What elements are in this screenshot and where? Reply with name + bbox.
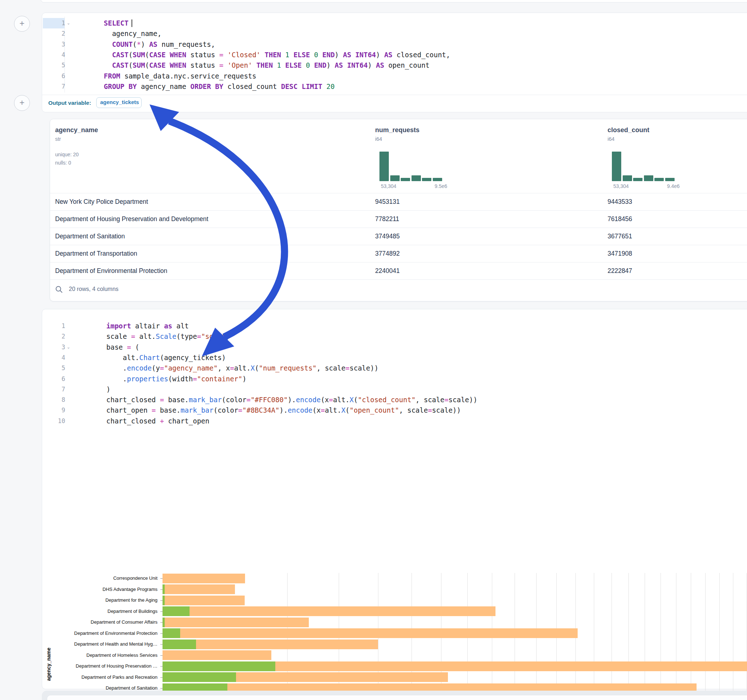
histogram-bin — [401, 178, 410, 181]
table-cell: 3677651 — [608, 232, 632, 240]
open-count-bar — [163, 628, 180, 638]
table-cell: 2240041 — [375, 267, 400, 275]
table-cell: 7618456 — [608, 215, 632, 223]
line-number: 8 — [42, 395, 65, 405]
gridline — [719, 573, 720, 700]
code-line: agency_name, — [104, 29, 162, 39]
code-line: FROM sample_data.nyc.service_requests — [104, 71, 256, 81]
open-count-bar — [163, 672, 236, 682]
table-cell: 3471908 — [608, 250, 632, 258]
gridline — [747, 573, 747, 700]
column-header-closed-count[interactable]: closed_count i64 — [608, 127, 649, 142]
column-name: num_requests — [375, 127, 419, 134]
code-line: .encode(y="agency_name", x=alt.X("num_re… — [106, 363, 378, 373]
code-line: GROUP BY agency_name ORDER BY closed_cou… — [104, 81, 335, 92]
line-number: 1 — [42, 18, 65, 29]
histogram-bin — [433, 178, 442, 181]
line-number: 10 — [42, 416, 65, 426]
line-number: 1 — [42, 321, 65, 331]
line-number: 2 — [42, 29, 65, 39]
code-line: ) — [106, 384, 110, 395]
gridline — [645, 573, 645, 700]
table-row: Department of Transportation377489234719… — [50, 245, 747, 262]
open-count-bar — [163, 661, 275, 671]
search-icon[interactable] — [55, 285, 63, 293]
gridline — [628, 573, 629, 700]
line-number: 7 — [42, 384, 65, 395]
line-number: 3 — [42, 39, 65, 50]
table-cell: 9443533 — [608, 198, 632, 206]
code-line: alt.Chart(agency_tickets) — [106, 353, 226, 363]
histogram-bin — [411, 175, 421, 181]
open-count-bar — [163, 584, 165, 594]
add-cell-button-top[interactable]: + — [14, 16, 30, 32]
closed-count-bar — [163, 584, 235, 594]
histogram-max-label: 9.5e6 — [435, 183, 447, 189]
chart-y-axis-title: agency_name — [46, 647, 51, 681]
code-line: COUNT(*) AS num_requests, — [104, 39, 215, 50]
closed-count-bar — [163, 606, 496, 616]
table-row: Department of Environmental Protection22… — [50, 262, 747, 279]
sql-editor[interactable]: 1⌄234567 SELECT agency_name, COUNT(*) AS… — [42, 13, 747, 95]
line-number: 4 — [42, 50, 65, 60]
table-cell: 3749485 — [375, 232, 400, 240]
previous-cell-edge — [41, 0, 747, 3]
row-count-status: 20 rows, 4 columns — [69, 286, 119, 293]
histogram-min-label: 53,304 — [381, 183, 396, 189]
open-count-bar — [163, 640, 196, 649]
code-line: import altair as alt — [106, 321, 189, 331]
table-cell: Department of Transportation — [55, 250, 137, 258]
add-cell-button-mid[interactable]: + — [14, 95, 30, 111]
histogram-bin — [390, 175, 400, 181]
fold-chevron-icon[interactable]: ⌄ — [67, 342, 70, 353]
closed-count-bar — [163, 650, 271, 660]
table-footer: 20 rows, 4 columns — [50, 279, 747, 302]
table-cell: 3774892 — [375, 250, 400, 258]
table-row: Department of Sanitation37494853677651 — [50, 228, 747, 245]
text-cursor — [132, 20, 132, 27]
histogram-bin — [623, 175, 632, 181]
gridline — [661, 573, 661, 700]
y-axis-category-label: Department of Housing Preservation … — [76, 663, 157, 669]
y-axis-category-label: Department of Buildings — [107, 608, 157, 614]
histogram-bin — [665, 178, 674, 181]
column-type: i64 — [608, 136, 649, 142]
closed-count-bar — [163, 573, 245, 583]
column-header-num-requests[interactable]: num_requests i64 — [375, 127, 419, 142]
line-number: 6 — [42, 374, 65, 384]
table-cell: Department of Environmental Protection — [55, 267, 167, 275]
line-number: 4 — [42, 353, 65, 363]
line-number: 3 — [42, 342, 65, 353]
y-axis-category-label: Department of Parks and Recreation — [82, 674, 157, 680]
line-number: 5 — [42, 60, 65, 71]
python-editor[interactable]: 123⌄45678910 import altair as altscale =… — [42, 309, 747, 436]
code-line: chart_closed + chart_open — [106, 416, 209, 426]
python-cell-card: 123⌄45678910 import altair as altscale =… — [42, 309, 747, 689]
histogram-bin — [644, 175, 653, 181]
sql-cell-card: 1⌄234567 SELECT agency_name, COUNT(*) AS… — [42, 13, 747, 112]
line-number: 9 — [42, 405, 65, 416]
output-variable-pill[interactable]: agency_tickets — [96, 97, 142, 108]
histogram-bin — [380, 152, 389, 181]
histogram-max-label: 9.4e6 — [667, 183, 680, 189]
table-cell: 2222847 — [608, 267, 632, 275]
column-type: str — [55, 136, 98, 142]
gridline — [733, 573, 733, 700]
y-axis-category-label: Correspondence Unit — [113, 575, 157, 581]
column-header-agency-name[interactable]: agency_name str unique: 20 nulls: 0 — [55, 127, 98, 166]
fold-chevron-icon[interactable]: ⌄ — [67, 18, 70, 29]
table-cell: 9453131 — [375, 198, 400, 206]
histogram-bin — [655, 178, 664, 181]
gridline — [691, 573, 691, 700]
histogram-bin — [612, 152, 621, 181]
closed-count-bar — [163, 596, 245, 605]
closed-count-bar — [163, 617, 309, 627]
chart-output: Correspondence UnitDHS Advantage Program… — [42, 436, 747, 689]
y-axis-category-label: Department of Environmental Protection — [74, 631, 157, 636]
table-cell: Department of Housing Preservation and D… — [55, 215, 208, 223]
histogram-closed-count: 53,3049.4e6 — [612, 152, 677, 188]
histogram-min-label: 53,304 — [613, 183, 629, 189]
table-row: New York City Police Department945313194… — [50, 193, 747, 210]
column-stat-nulls: nulls: 0 — [55, 160, 98, 166]
gridline — [705, 573, 706, 700]
